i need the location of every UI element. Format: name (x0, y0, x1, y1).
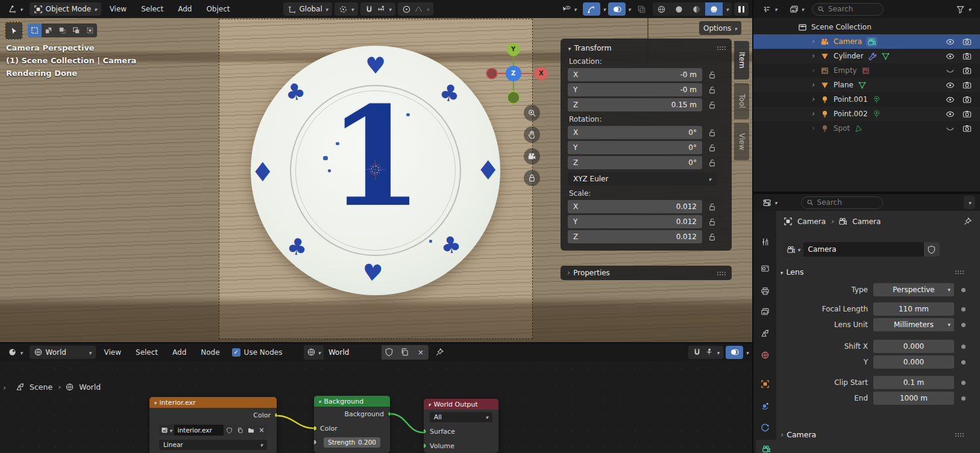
node-background[interactable]: Background Background Color Strength 0.2… (314, 396, 390, 453)
pause-render-button[interactable] (734, 2, 749, 16)
breadcrumb-object[interactable]: Camera (797, 217, 826, 226)
lens-panel-header[interactable]: Lens (780, 267, 803, 276)
region-expand-icon[interactable] (2, 384, 5, 392)
outliner-row-camera[interactable]: Camera (753, 34, 980, 49)
overlays-toggle[interactable] (608, 2, 626, 16)
move-view-button[interactable] (524, 127, 540, 143)
expand-icon[interactable] (811, 52, 816, 60)
lock-open-icon[interactable] (708, 143, 717, 152)
animate-decorator[interactable] (961, 396, 966, 401)
shift-y-field[interactable]: 0.000 (873, 355, 954, 369)
node-header[interactable]: World Output (424, 399, 498, 410)
disable-in-renders-toggle[interactable] (963, 81, 972, 90)
lock-open-icon[interactable] (708, 128, 717, 137)
unlink-button[interactable]: × (413, 345, 429, 360)
menu-add[interactable]: Add (166, 345, 192, 360)
breadcrumb-scene[interactable]: Scene (30, 383, 52, 392)
disable-in-renders-toggle[interactable] (963, 37, 972, 46)
volume-input-socket[interactable] (424, 443, 427, 449)
open-image-button[interactable] (245, 425, 256, 436)
camera-data-badge[interactable] (866, 37, 878, 47)
editor-type-button[interactable] (758, 2, 782, 16)
animate-decorator[interactable] (961, 307, 966, 311)
node-canvas[interactable]: Scene World interior.exr Color interior. (0, 361, 752, 453)
proportional-editing-group[interactable] (398, 2, 433, 16)
new-copy-button[interactable] (397, 345, 413, 360)
shading-solid-button[interactable] (670, 2, 688, 16)
animate-decorator[interactable] (961, 288, 966, 292)
tab-output[interactable] (753, 282, 776, 300)
panel-collapse-icon[interactable] (568, 43, 571, 52)
overlays-toggle[interactable] (726, 346, 743, 359)
hide-eye-toggle[interactable] (946, 110, 955, 119)
tab-scene[interactable] (753, 324, 776, 342)
lock-open-icon[interactable] (708, 217, 717, 226)
lock-open-icon[interactable] (708, 158, 717, 167)
menu-select[interactable]: Select (135, 1, 169, 17)
tab-tool[interactable] (753, 233, 776, 251)
shading-wireframe-button[interactable] (653, 2, 670, 16)
transform-orientation-select[interactable]: Global (283, 2, 333, 16)
menu-object[interactable]: Object (200, 1, 236, 17)
image-browse-button[interactable] (159, 425, 174, 436)
hide-eye-toggle[interactable] (946, 81, 955, 90)
focal-length-field[interactable]: 110 mm (873, 302, 954, 316)
hide-eye-toggle-closed[interactable] (946, 124, 955, 133)
lock-open-icon[interactable] (708, 202, 717, 211)
hide-eye-toggle-closed[interactable] (946, 66, 955, 75)
search-input[interactable] (828, 5, 878, 13)
location-x-field[interactable]: X-0 m (568, 68, 702, 81)
camera-collapsed-panel[interactable]: Camera (780, 430, 816, 439)
lock-open-icon[interactable] (708, 233, 717, 242)
disable-in-renders-toggle[interactable] (963, 66, 972, 75)
camera-view-button[interactable] (524, 148, 540, 164)
scale-x-field[interactable]: X0.012 (568, 200, 702, 213)
color-input-socket[interactable] (314, 426, 317, 431)
shading-rendered-button[interactable] (705, 2, 723, 16)
outliner-row-point-001[interactable]: Point.001 (753, 92, 980, 107)
menu-select[interactable]: Select (130, 345, 164, 360)
camera-datablock-browse[interactable] (784, 242, 803, 257)
xray-toggle[interactable] (633, 2, 650, 16)
breadcrumb-world[interactable]: World (79, 383, 101, 392)
mode-select[interactable]: Object Mode (30, 2, 101, 16)
select-invert-button[interactable] (69, 23, 83, 37)
pin-icon[interactable] (963, 217, 972, 226)
fake-user-button[interactable] (924, 242, 940, 257)
animate-decorator[interactable] (961, 381, 966, 385)
outliner-row-point-002[interactable]: Point.002 (753, 107, 980, 121)
scale-y-field[interactable]: Y0.012 (568, 215, 702, 228)
outliner-row-scene-collection[interactable]: Scene Collection (753, 20, 980, 34)
surface-input-socket[interactable] (424, 429, 427, 434)
panel-grip-icon[interactable] (717, 46, 726, 50)
rotation-x-field[interactable]: X0° (568, 126, 702, 139)
interpolation-select[interactable]: Linear (159, 440, 267, 450)
disable-in-renders-toggle[interactable] (963, 95, 972, 104)
menu-add[interactable]: Add (172, 1, 198, 17)
strength-input-socket[interactable] (314, 440, 317, 445)
chevron-down-icon[interactable] (746, 348, 749, 357)
use-nodes-checkbox[interactable]: Use Nodes (232, 348, 283, 357)
expand-icon[interactable] (811, 95, 816, 104)
active-tool-tweak-button[interactable] (5, 22, 23, 40)
editor-type-button[interactable] (4, 346, 27, 359)
node-header[interactable]: interior.exr (149, 397, 277, 408)
shift-x-field[interactable]: 0.000 (873, 340, 954, 353)
outliner-row-spot[interactable]: Spot (753, 121, 980, 136)
snap-node-group[interactable] (688, 346, 724, 359)
location-y-field[interactable]: Y-0 m (568, 83, 702, 96)
editor-type-button[interactable] (4, 2, 27, 16)
unlink-button[interactable]: × (256, 425, 267, 436)
node-header[interactable]: Background (314, 396, 390, 407)
hide-eye-toggle[interactable] (946, 52, 955, 61)
hide-eye-toggle[interactable] (946, 95, 955, 104)
camera-name-field[interactable]: Camera (803, 242, 924, 257)
tab-view[interactable]: View (734, 123, 749, 160)
animate-decorator[interactable] (961, 345, 966, 349)
tab-physics[interactable] (753, 418, 776, 436)
tab-object-data[interactable] (756, 440, 776, 453)
node-world-output[interactable]: World Output All Surface Volume (424, 399, 498, 453)
location-z-field[interactable]: Z0.15 m (568, 98, 702, 111)
animate-decorator[interactable] (961, 360, 966, 364)
menu-view[interactable]: View (104, 1, 133, 17)
